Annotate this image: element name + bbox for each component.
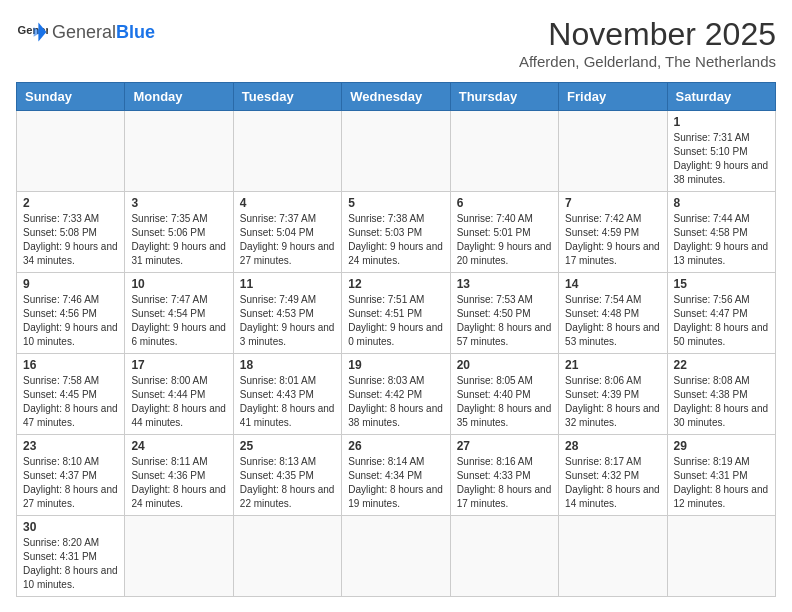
weekday-header-row: SundayMondayTuesdayWednesdayThursdayFrid… xyxy=(17,83,776,111)
day-info: Sunrise: 7:31 AM Sunset: 5:10 PM Dayligh… xyxy=(674,131,769,187)
day-info: Sunrise: 8:17 AM Sunset: 4:32 PM Dayligh… xyxy=(565,455,660,511)
day-info: Sunrise: 8:20 AM Sunset: 4:31 PM Dayligh… xyxy=(23,536,118,592)
day-info: Sunrise: 8:05 AM Sunset: 4:40 PM Dayligh… xyxy=(457,374,552,430)
day-info: Sunrise: 7:51 AM Sunset: 4:51 PM Dayligh… xyxy=(348,293,443,349)
calendar-cell: 3Sunrise: 7:35 AM Sunset: 5:06 PM Daylig… xyxy=(125,192,233,273)
day-number: 17 xyxy=(131,358,226,372)
day-number: 21 xyxy=(565,358,660,372)
calendar-cell: 19Sunrise: 8:03 AM Sunset: 4:42 PM Dayli… xyxy=(342,354,450,435)
day-number: 2 xyxy=(23,196,118,210)
calendar-cell xyxy=(342,111,450,192)
day-info: Sunrise: 8:13 AM Sunset: 4:35 PM Dayligh… xyxy=(240,455,335,511)
day-info: Sunrise: 7:56 AM Sunset: 4:47 PM Dayligh… xyxy=(674,293,769,349)
day-info: Sunrise: 8:00 AM Sunset: 4:44 PM Dayligh… xyxy=(131,374,226,430)
day-number: 14 xyxy=(565,277,660,291)
day-number: 7 xyxy=(565,196,660,210)
month-title: November 2025 xyxy=(519,16,776,53)
day-info: Sunrise: 7:58 AM Sunset: 4:45 PM Dayligh… xyxy=(23,374,118,430)
page-header: General GeneralBlue November 2025 Afferd… xyxy=(16,16,776,70)
day-info: Sunrise: 8:06 AM Sunset: 4:39 PM Dayligh… xyxy=(565,374,660,430)
day-number: 10 xyxy=(131,277,226,291)
calendar-cell: 29Sunrise: 8:19 AM Sunset: 4:31 PM Dayli… xyxy=(667,435,775,516)
day-info: Sunrise: 7:54 AM Sunset: 4:48 PM Dayligh… xyxy=(565,293,660,349)
calendar-cell: 11Sunrise: 7:49 AM Sunset: 4:53 PM Dayli… xyxy=(233,273,341,354)
day-info: Sunrise: 8:10 AM Sunset: 4:37 PM Dayligh… xyxy=(23,455,118,511)
day-number: 26 xyxy=(348,439,443,453)
calendar-cell xyxy=(233,111,341,192)
calendar-cell: 7Sunrise: 7:42 AM Sunset: 4:59 PM Daylig… xyxy=(559,192,667,273)
location-title: Afferden, Gelderland, The Netherlands xyxy=(519,53,776,70)
day-number: 3 xyxy=(131,196,226,210)
calendar-week-1: 1Sunrise: 7:31 AM Sunset: 5:10 PM Daylig… xyxy=(17,111,776,192)
calendar-week-2: 2Sunrise: 7:33 AM Sunset: 5:08 PM Daylig… xyxy=(17,192,776,273)
day-number: 19 xyxy=(348,358,443,372)
calendar-cell: 20Sunrise: 8:05 AM Sunset: 4:40 PM Dayli… xyxy=(450,354,558,435)
day-number: 13 xyxy=(457,277,552,291)
day-info: Sunrise: 8:01 AM Sunset: 4:43 PM Dayligh… xyxy=(240,374,335,430)
day-info: Sunrise: 8:14 AM Sunset: 4:34 PM Dayligh… xyxy=(348,455,443,511)
calendar-cell xyxy=(125,516,233,597)
day-info: Sunrise: 7:40 AM Sunset: 5:01 PM Dayligh… xyxy=(457,212,552,268)
weekday-header-thursday: Thursday xyxy=(450,83,558,111)
day-info: Sunrise: 7:33 AM Sunset: 5:08 PM Dayligh… xyxy=(23,212,118,268)
calendar-cell: 22Sunrise: 8:08 AM Sunset: 4:38 PM Dayli… xyxy=(667,354,775,435)
day-info: Sunrise: 7:53 AM Sunset: 4:50 PM Dayligh… xyxy=(457,293,552,349)
day-number: 8 xyxy=(674,196,769,210)
calendar-cell: 23Sunrise: 8:10 AM Sunset: 4:37 PM Dayli… xyxy=(17,435,125,516)
calendar-week-5: 23Sunrise: 8:10 AM Sunset: 4:37 PM Dayli… xyxy=(17,435,776,516)
calendar-cell: 15Sunrise: 7:56 AM Sunset: 4:47 PM Dayli… xyxy=(667,273,775,354)
logo: General GeneralBlue xyxy=(16,16,155,48)
day-number: 9 xyxy=(23,277,118,291)
calendar-cell xyxy=(17,111,125,192)
day-number: 16 xyxy=(23,358,118,372)
calendar-cell: 2Sunrise: 7:33 AM Sunset: 5:08 PM Daylig… xyxy=(17,192,125,273)
calendar-cell xyxy=(125,111,233,192)
day-number: 24 xyxy=(131,439,226,453)
calendar-cell: 24Sunrise: 8:11 AM Sunset: 4:36 PM Dayli… xyxy=(125,435,233,516)
day-number: 15 xyxy=(674,277,769,291)
weekday-header-monday: Monday xyxy=(125,83,233,111)
day-number: 22 xyxy=(674,358,769,372)
day-info: Sunrise: 8:19 AM Sunset: 4:31 PM Dayligh… xyxy=(674,455,769,511)
calendar-cell: 18Sunrise: 8:01 AM Sunset: 4:43 PM Dayli… xyxy=(233,354,341,435)
day-number: 28 xyxy=(565,439,660,453)
calendar-table: SundayMondayTuesdayWednesdayThursdayFrid… xyxy=(16,82,776,597)
day-info: Sunrise: 8:16 AM Sunset: 4:33 PM Dayligh… xyxy=(457,455,552,511)
day-number: 11 xyxy=(240,277,335,291)
day-info: Sunrise: 7:49 AM Sunset: 4:53 PM Dayligh… xyxy=(240,293,335,349)
day-number: 23 xyxy=(23,439,118,453)
calendar-cell: 8Sunrise: 7:44 AM Sunset: 4:58 PM Daylig… xyxy=(667,192,775,273)
calendar-cell: 16Sunrise: 7:58 AM Sunset: 4:45 PM Dayli… xyxy=(17,354,125,435)
calendar-cell: 17Sunrise: 8:00 AM Sunset: 4:44 PM Dayli… xyxy=(125,354,233,435)
calendar-week-3: 9Sunrise: 7:46 AM Sunset: 4:56 PM Daylig… xyxy=(17,273,776,354)
day-info: Sunrise: 7:42 AM Sunset: 4:59 PM Dayligh… xyxy=(565,212,660,268)
calendar-cell: 30Sunrise: 8:20 AM Sunset: 4:31 PM Dayli… xyxy=(17,516,125,597)
day-info: Sunrise: 7:37 AM Sunset: 5:04 PM Dayligh… xyxy=(240,212,335,268)
day-number: 20 xyxy=(457,358,552,372)
day-number: 29 xyxy=(674,439,769,453)
calendar-week-6: 30Sunrise: 8:20 AM Sunset: 4:31 PM Dayli… xyxy=(17,516,776,597)
calendar-cell: 28Sunrise: 8:17 AM Sunset: 4:32 PM Dayli… xyxy=(559,435,667,516)
weekday-header-friday: Friday xyxy=(559,83,667,111)
day-info: Sunrise: 8:08 AM Sunset: 4:38 PM Dayligh… xyxy=(674,374,769,430)
calendar-cell: 14Sunrise: 7:54 AM Sunset: 4:48 PM Dayli… xyxy=(559,273,667,354)
calendar-cell: 6Sunrise: 7:40 AM Sunset: 5:01 PM Daylig… xyxy=(450,192,558,273)
calendar-cell: 21Sunrise: 8:06 AM Sunset: 4:39 PM Dayli… xyxy=(559,354,667,435)
weekday-header-tuesday: Tuesday xyxy=(233,83,341,111)
calendar-cell xyxy=(450,516,558,597)
calendar-cell: 25Sunrise: 8:13 AM Sunset: 4:35 PM Dayli… xyxy=(233,435,341,516)
day-info: Sunrise: 7:46 AM Sunset: 4:56 PM Dayligh… xyxy=(23,293,118,349)
calendar-week-4: 16Sunrise: 7:58 AM Sunset: 4:45 PM Dayli… xyxy=(17,354,776,435)
weekday-header-sunday: Sunday xyxy=(17,83,125,111)
calendar-cell: 4Sunrise: 7:37 AM Sunset: 5:04 PM Daylig… xyxy=(233,192,341,273)
calendar-cell: 9Sunrise: 7:46 AM Sunset: 4:56 PM Daylig… xyxy=(17,273,125,354)
logo-general: General xyxy=(52,22,116,42)
calendar-cell xyxy=(342,516,450,597)
day-info: Sunrise: 8:03 AM Sunset: 4:42 PM Dayligh… xyxy=(348,374,443,430)
calendar-cell xyxy=(233,516,341,597)
weekday-header-wednesday: Wednesday xyxy=(342,83,450,111)
day-info: Sunrise: 7:38 AM Sunset: 5:03 PM Dayligh… xyxy=(348,212,443,268)
day-number: 4 xyxy=(240,196,335,210)
day-number: 25 xyxy=(240,439,335,453)
day-number: 6 xyxy=(457,196,552,210)
